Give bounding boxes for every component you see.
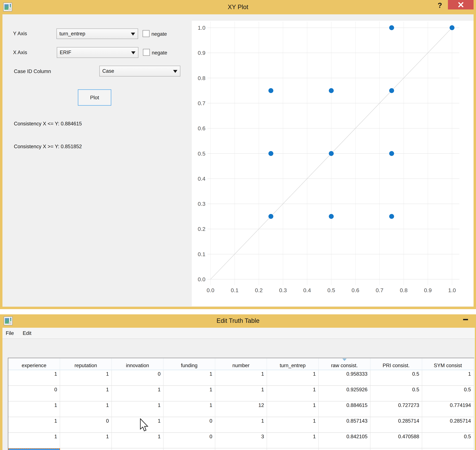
table-cell[interactable]: 0.285714 <box>370 417 422 433</box>
truth-table-body: 1101110.9583330.510111110.9259260.50.511… <box>8 370 474 450</box>
column-header-reputation[interactable]: reputation <box>60 358 112 370</box>
table-cell[interactable]: 0.5 <box>370 370 422 386</box>
table-cell[interactable]: 1 <box>60 401 112 417</box>
table-cell-selected[interactable]: 0 <box>8 448 60 450</box>
column-header-raw-consist-[interactable]: raw consist. <box>319 358 370 370</box>
y-negate-label: negate <box>151 31 167 37</box>
table-cell[interactable]: 1 <box>163 386 215 401</box>
table-cell[interactable]: 1 <box>267 448 319 450</box>
table-cell[interactable]: 1 <box>112 386 163 401</box>
table-cell[interactable]: 1 <box>267 417 319 433</box>
svg-text:0.2: 0.2 <box>255 287 263 293</box>
table-cell[interactable]: 1 <box>8 433 60 448</box>
column-header-innovation[interactable]: innovation <box>112 358 163 370</box>
table-cell[interactable]: 0.5 <box>422 433 474 448</box>
y-axis-dropdown-value: turn_entrep <box>59 31 85 37</box>
table-cell[interactable]: 0.727273 <box>370 401 422 417</box>
plot-button-label: Plot <box>90 95 99 101</box>
table-cell[interactable]: 0.285714 <box>422 417 474 433</box>
y-negate-checkbox[interactable] <box>143 30 150 37</box>
table-cell[interactable]: 0.5 <box>370 386 422 401</box>
table-cell[interactable]: 1 <box>267 433 319 448</box>
table-cell[interactable]: 0 <box>163 448 215 450</box>
table-cell[interactable]: 0.925926 <box>319 386 370 401</box>
svg-text:0.9: 0.9 <box>198 50 205 56</box>
menu-bar: File Edit <box>2 328 475 339</box>
table-cell[interactable]: 1 <box>60 386 112 401</box>
svg-text:0.1: 0.1 <box>231 287 238 293</box>
table-cell[interactable]: 1 <box>215 370 267 386</box>
truth-table: experiencereputationinnovationfundingnum… <box>8 358 474 450</box>
table-cell[interactable]: 2 <box>215 448 267 450</box>
column-header-number[interactable]: number <box>215 358 267 370</box>
menu-file[interactable]: File <box>3 328 16 339</box>
table-cell[interactable]: 0.5 <box>422 386 474 401</box>
table-row: 1010110.8571430.2857140.285714 <box>8 417 474 433</box>
svg-text:0.5: 0.5 <box>327 287 335 293</box>
table-cell[interactable]: 0 <box>163 433 215 448</box>
table-cell[interactable]: 1 <box>267 401 319 417</box>
table-cell[interactable]: 0.958333 <box>319 370 370 386</box>
column-header-label: raw consist. <box>331 363 358 368</box>
svg-text:1.0: 1.0 <box>198 25 205 31</box>
menu-edit[interactable]: Edit <box>20 328 34 339</box>
column-header-label: number <box>232 363 249 368</box>
table-cell[interactable]: 1 <box>60 433 112 448</box>
table-cell[interactable]: 0.774194 <box>422 401 474 417</box>
minimize-button[interactable] <box>463 319 468 320</box>
table-cell[interactable]: 0.884615 <box>319 401 370 417</box>
xy-plot-titlebar[interactable]: XY Plot ? <box>0 0 476 14</box>
table-cell[interactable]: 1 <box>422 370 474 386</box>
table-cell[interactable]: 0.842105 <box>319 433 370 448</box>
table-cell[interactable]: 1 <box>215 417 267 433</box>
table-cell[interactable]: 1 <box>8 401 60 417</box>
column-header-turn-entrep[interactable]: turn_entrep <box>267 358 319 370</box>
table-cell[interactable]: 0 <box>112 370 163 386</box>
plot-button[interactable]: Plot <box>78 89 111 106</box>
table-row: 1110310.8421050.4705880.5 <box>8 433 474 448</box>
window-title: XY Plot <box>0 4 476 11</box>
table-cell[interactable]: 0.857143 <box>319 417 370 433</box>
table-cell[interactable]: 0 <box>8 386 60 401</box>
table-cell[interactable]: 0 <box>60 417 112 433</box>
table-cell[interactable]: 1 <box>60 370 112 386</box>
table-cell[interactable]: 1 <box>112 448 163 450</box>
svg-text:0.8: 0.8 <box>400 287 407 293</box>
column-header-pri-consist-[interactable]: PRI consist. <box>370 358 422 370</box>
help-button[interactable]: ? <box>438 1 442 9</box>
column-header-label: reputation <box>75 363 97 368</box>
table-cell[interactable]: 1 <box>215 386 267 401</box>
table-cell[interactable]: 0.25 <box>370 448 422 450</box>
column-header-experience[interactable]: experience <box>8 358 60 370</box>
table-cell[interactable]: 1 <box>163 401 215 417</box>
chevron-down-icon <box>131 51 135 54</box>
table-cell[interactable]: 1 <box>112 401 163 417</box>
table-cell[interactable]: 12 <box>215 401 267 417</box>
table-cell[interactable]: 1 <box>112 433 163 448</box>
table-cell[interactable]: 0.470588 <box>370 433 422 448</box>
table-cell[interactable]: 1 <box>267 370 319 386</box>
table-cell[interactable]: 1 <box>267 386 319 401</box>
case-id-dropdown[interactable]: Case <box>99 66 180 77</box>
table-cell[interactable]: 1 <box>163 370 215 386</box>
svg-text:0.5: 0.5 <box>198 150 205 157</box>
table-cell[interactable]: 1 <box>112 417 163 433</box>
truth-table-titlebar[interactable]: Edit Truth Table <box>0 314 476 328</box>
svg-text:0.4: 0.4 <box>198 176 205 182</box>
table-cell[interactable]: 1 <box>8 370 60 386</box>
y-axis-dropdown[interactable]: turn_entrep <box>56 29 138 39</box>
table-cell[interactable]: 1 <box>8 417 60 433</box>
table-cell[interactable]: 0 <box>163 417 215 433</box>
x-axis-dropdown[interactable]: ERIF <box>57 47 138 58</box>
column-header-sym-consist[interactable]: SYM consist <box>422 358 474 370</box>
x-negate-checkbox[interactable] <box>143 49 150 56</box>
truth-table-content: File Edit experiencereputationinnovation… <box>2 328 475 450</box>
table-cell[interactable]: 0.25 <box>422 448 474 450</box>
table-cell[interactable]: 3 <box>215 433 267 448</box>
table-cell[interactable]: 0.8 <box>319 448 370 450</box>
column-header-funding[interactable]: funding <box>163 358 215 370</box>
close-button[interactable] <box>448 0 474 9</box>
column-header-label: turn_entrep <box>280 363 306 368</box>
column-header-label: SYM consist <box>434 363 462 368</box>
table-cell[interactable]: 1 <box>60 448 112 450</box>
